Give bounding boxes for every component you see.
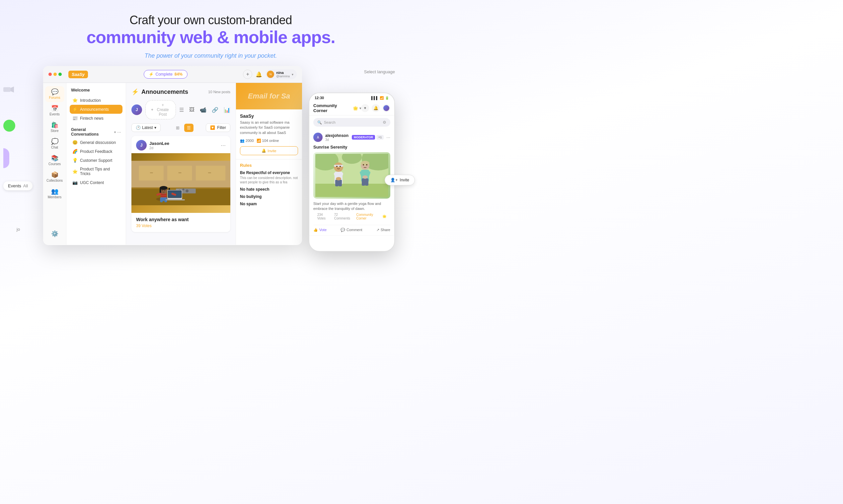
chat-icon: 💭 [51, 139, 58, 145]
right-panel: Email for Sa SaaSy Saasy is an email sof… [236, 83, 302, 245]
add-button[interactable]: + [243, 70, 252, 79]
general-disc-label: General disscussion [80, 140, 116, 145]
svg-rect-8 [150, 173, 153, 173]
sidebar-item-chat[interactable]: 💭 Chat [45, 136, 64, 152]
events-label-nav: Events [49, 112, 60, 116]
create-post-button[interactable]: + + Create Post [145, 100, 176, 119]
mobile-user-button[interactable] [382, 104, 390, 112]
section-more-icon[interactable]: ··· [117, 129, 121, 134]
svg-point-13 [182, 188, 184, 190]
sidebar-item-events[interactable]: 📅 Events [45, 103, 64, 119]
link-icon[interactable]: 🔗 [212, 107, 218, 113]
post-more-icon[interactable]: ··· [221, 142, 226, 149]
svg-marker-1 [11, 87, 14, 92]
list-view-button[interactable]: ☰ [184, 124, 193, 132]
mobile-user-info: alexjohnson 3d [325, 133, 349, 142]
online-count: 📶 104 online [257, 139, 279, 143]
mobile-post-more[interactable]: ··· [386, 134, 390, 140]
maximize-dot[interactable] [58, 73, 62, 76]
image-icon[interactable]: 🖼 [189, 107, 194, 113]
user-badge[interactable]: N nina @iamnina ▾ [265, 69, 297, 79]
chevron-icon[interactable]: ▾ [114, 130, 116, 134]
minimize-dot[interactable] [53, 73, 57, 76]
forums-label: Forums [49, 96, 61, 100]
svg-rect-43 [339, 180, 342, 186]
mobile-post-image [313, 152, 390, 199]
right-panel-banner: Email for Sa [236, 83, 302, 109]
sidebar-item-forums[interactable]: 💬 Forums [45, 86, 64, 102]
svg-rect-21 [161, 204, 167, 204]
svg-rect-17 [161, 194, 167, 195]
forum-item-introduction[interactable]: ⭐ Introduction [70, 96, 122, 105]
avatar: N [267, 71, 274, 78]
sidebar-item-store[interactable]: 🛍️ Store [45, 119, 64, 135]
left-decorations: Events All [0, 86, 33, 190]
close-dot[interactable] [49, 73, 52, 76]
latest-sort-button[interactable]: 🕐 Latest ▾ [132, 123, 161, 132]
comment-action-button[interactable]: 💬 Comment [341, 228, 362, 232]
hero-line2-prefix: community web & [86, 28, 233, 47]
collections-icon: 📦 [51, 172, 58, 178]
forum-item-product-feedback[interactable]: 🌈 Product Feedback [70, 147, 122, 156]
mobile-search-placeholder: Search [324, 120, 336, 124]
sidebar-settings[interactable]: ⚙️ [45, 228, 64, 239]
app-layout: 💬 Forums 📅 Events 🛍️ Store 💭 Chat 📚 [43, 83, 302, 245]
intro-icon: ⭐ [72, 98, 78, 103]
invite-float-button[interactable]: 👤+ Invite [385, 175, 415, 185]
mobile-add-button[interactable]: + [361, 104, 369, 112]
rule-2: No hate speech [240, 187, 298, 192]
video-icon[interactable]: 📹 [200, 107, 206, 113]
bell-icon[interactable]: 🔔 [256, 71, 262, 77]
community-stats: 👥 2000 📶 104 online [240, 139, 298, 143]
forum-item-customer-support[interactable]: 💡 Customer Support [70, 156, 122, 165]
post-toolbar: J + + Create Post ☰ 🖼 📹 🔗 📊 [132, 100, 230, 119]
chart-icon[interactable]: 📊 [224, 107, 230, 113]
forum-welcome: Welcome [70, 88, 122, 92]
rules-section: Rules Be Respectful of everyone This can… [236, 159, 302, 212]
courses-icon: 📚 [51, 155, 58, 161]
mobile-username: alexjohnson [325, 133, 349, 138]
members-value: 2000 [246, 139, 254, 143]
community-desc: Saasy is an email software ma exclusivel… [240, 120, 298, 135]
rule-1-name: Be Respectful of everyone [240, 170, 298, 175]
announcements-icon: ⚡ [72, 107, 78, 112]
vote-icon: 👍 [313, 228, 318, 232]
rules-title: Rules [240, 163, 298, 168]
forum-item-ugc[interactable]: 📷 UGC Content [70, 178, 122, 187]
svg-point-26 [162, 190, 163, 191]
hero-line1: Craft your own custom-branded [7, 13, 415, 27]
mobile-search-bar[interactable]: 🔍 Search ⚙ [313, 118, 390, 127]
mobile-post-stats: 234 Votes 72 Comments Community Corner 🌟 [313, 212, 390, 221]
mobile-filter-icon[interactable]: ⚙ [383, 120, 386, 125]
mobile-post-title: Sunrise Serenity [313, 145, 390, 149]
members-count: 👥 2000 [240, 139, 254, 143]
forum-item-general-disc[interactable]: 😊 General disscussion [70, 138, 122, 147]
forum-item-announcements[interactable]: ⚡ Announcements [70, 105, 122, 114]
complete-button[interactable]: ⚡ Complete 84% [144, 70, 188, 78]
grid-view-button[interactable]: ⊞ [173, 124, 182, 132]
forum-item-product-tips[interactable]: ⭐ Product Tips and Tricks [70, 165, 122, 178]
signal-icon: ▌▌▌ [372, 96, 378, 100]
filter-button[interactable]: 🔽 Filter [206, 123, 230, 132]
chat-label: Chat [51, 146, 58, 149]
svg-point-56 [362, 175, 368, 179]
sidebar-item-collections[interactable]: 📦 Collections [45, 169, 64, 185]
mobile-mockup: 12:30 ▌▌▌ 📶 🔋 Community Corner 🌟 ▾ + 🔔 [309, 92, 395, 252]
post-avatar: J [136, 140, 147, 150]
mobile-bell-button[interactable]: 🔔 [372, 104, 380, 112]
share-action-button[interactable]: ↗ Share [376, 228, 390, 232]
sidebar-item-courses[interactable]: 📚 Courses [45, 152, 64, 168]
events-badge[interactable]: Events All [3, 181, 33, 190]
select-language[interactable]: Select language [364, 69, 395, 74]
list-icon[interactable]: ☰ [179, 107, 184, 113]
forum-item-fintech[interactable]: 📰 Fintech news [70, 114, 122, 123]
mobile-search-icon: 🔍 [317, 120, 322, 125]
courses-label: Courses [49, 162, 61, 166]
all-dropdown[interactable]: All [23, 183, 28, 188]
invite-button[interactable]: 🔔 Invite [240, 146, 298, 155]
vote-action-button[interactable]: 👍 Vote [313, 228, 327, 232]
collections-label: Collections [47, 179, 63, 182]
filter-label: Filter [217, 125, 226, 130]
sidebar-item-members[interactable]: 👥 Members [45, 186, 64, 202]
mobile-title: Community Corner 🌟 ▾ [313, 103, 361, 113]
